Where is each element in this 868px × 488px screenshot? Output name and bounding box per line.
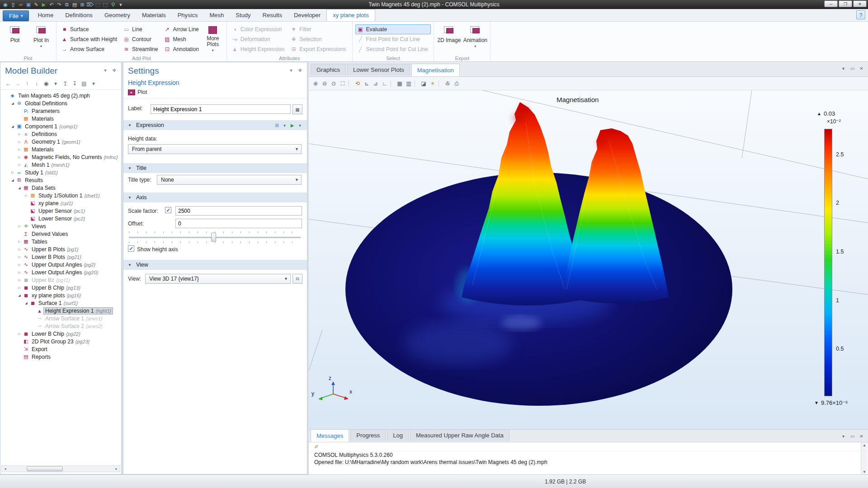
view-xy-icon[interactable]: ⊾ [363, 80, 371, 88]
tree-lower-output-angles[interactable]: ▷ ∿ Lower Output Angles{pg20} [0, 268, 121, 276]
move-down-icon[interactable]: ↓ [33, 80, 41, 88]
model-tree-settings-icon[interactable]: ▤ [80, 80, 88, 88]
tab-geometry[interactable]: Geometry [99, 9, 136, 21]
tree-expander-icon[interactable]: ▷ [17, 240, 22, 244]
tree-derived-values[interactable]: Σ Derived Values [0, 230, 121, 238]
delete-icon[interactable]: ⌦ [86, 1, 94, 8]
tree-arrow-surface-2[interactable]: ⇾ Arrow Surface 2{arws2} [0, 322, 121, 330]
replace-expression-icon[interactable]: ⊞ [274, 122, 280, 129]
evaluate-button[interactable]: ▣ Evaluate [355, 24, 431, 34]
insert-expression-icon[interactable]: ▶ [289, 122, 296, 129]
view-zx-icon[interactable]: ∟ [381, 80, 389, 88]
height-expression-button[interactable]: ▲ Height Expression [230, 44, 288, 54]
more-plots-button[interactable]: More Plots ▾ [202, 23, 224, 53]
select-all-icon[interactable]: ⬚ [94, 1, 101, 8]
tree-expander-icon[interactable]: ◢ [10, 178, 15, 182]
scroll-left-icon[interactable]: ◂ [2, 467, 9, 471]
tab-definitions[interactable]: Definitions [59, 9, 99, 21]
tab-home[interactable]: Home [32, 9, 59, 21]
find-icon[interactable]: ⚲ [109, 1, 117, 8]
tree-upper-sensor[interactable]: ⬕ Upper Sensor{pc1} [0, 207, 121, 215]
panel-menu-icon[interactable]: ▾ [288, 67, 294, 73]
tree-lower-b-chip[interactable]: ▷ ◼ Lower B Chip{pg22} [0, 330, 121, 338]
move-up-icon[interactable]: ↑ [23, 80, 31, 88]
export-animation-button[interactable]: Animation ▾ [463, 23, 487, 53]
offset-input[interactable] [175, 219, 302, 228]
section-expression[interactable]: ▼ Expression ⊞▾▶▾ [123, 120, 307, 130]
export-2d-image-button[interactable]: 2D Image [437, 23, 461, 53]
section-view[interactable]: ▼ View [123, 260, 307, 270]
tree-upper-b-plots[interactable]: ▷ ∿ Upper B Plots{pg1} [0, 245, 121, 253]
tree-views[interactable]: ▷ ✛ Views [0, 222, 121, 230]
add-streamline-button[interactable]: ≋ Streamline [121, 44, 161, 54]
zoom-selected-icon[interactable]: ⊙ [330, 80, 338, 88]
tab-graphics[interactable]: Graphics [311, 64, 346, 75]
tree-expander-icon[interactable]: ▷ [24, 194, 29, 197]
zoom-extents-icon[interactable]: ⛶ [339, 80, 347, 88]
clear-selection-icon[interactable]: ⬚ [102, 1, 109, 8]
panel-menu-icon[interactable]: ▾ [840, 433, 846, 439]
tree-expander-icon[interactable]: ▷ [17, 148, 22, 151]
tree-xy-plane[interactable]: ⬕ xy plane{cpl1} [0, 199, 121, 207]
plot-button[interactable]: Plot [3, 23, 27, 53]
tree-height-expression-1[interactable]: ▲ Height Expression 1{hght1} [0, 307, 121, 314]
zoom-in-icon[interactable]: ⊕ [311, 80, 320, 88]
messages-vscrollbar[interactable]: ▲▼ [861, 442, 868, 475]
add-arrow-surface-button[interactable]: → Arrow Surface [59, 44, 120, 54]
open-file-icon[interactable]: ▱ [17, 1, 24, 8]
export-expressions-button[interactable]: ⊞ Export Expressions [288, 44, 349, 54]
tree-global-definitions[interactable]: ◢ ⊕ Global Definitions [0, 99, 121, 107]
tree-expander-icon[interactable]: ▷ [17, 271, 22, 274]
tree-tables[interactable]: ▷ ▦ Tables [0, 238, 121, 245]
tab-study[interactable]: Study [230, 9, 256, 21]
run-icon[interactable]: ▶ [40, 1, 47, 8]
add-mesh-button[interactable]: ▨ Mesh [162, 34, 202, 44]
minimize-button[interactable]: ─ [824, 0, 838, 7]
tree-study-1[interactable]: ▷ ∞ Study 1{std1} [0, 169, 121, 176]
scroll-right-icon[interactable]: ▸ [113, 467, 120, 471]
selection-button[interactable]: ❖ Selection [288, 34, 349, 44]
clear-messages-icon[interactable]: ✐ [312, 443, 321, 451]
add-annotation-button[interactable]: ⊡ Annotation [162, 44, 202, 54]
tree-upper-bz[interactable]: ▷ ◼ Upper Bz{pg11} [0, 276, 121, 284]
tree-expander-icon[interactable]: ◢ [10, 125, 15, 128]
close-panel-icon[interactable]: ✕ [859, 433, 864, 439]
go-to-view-button[interactable]: ⧉ [292, 274, 302, 284]
tree-2d-plot-group-23[interactable]: ◧ 2D Plot Group 23{pg23} [0, 338, 121, 345]
paste-icon[interactable]: ▤ [71, 1, 78, 8]
file-menu-button[interactable]: File ▾ [3, 10, 29, 21]
caret-icon[interactable]: ▾ [52, 80, 60, 88]
tree-xy-plane-plots[interactable]: ◢ ◼ xy plane plots{pg16} [0, 291, 121, 299]
label-options-button[interactable]: ▦ [292, 104, 302, 114]
add-contour-button[interactable]: ◎ Contour [121, 34, 161, 44]
tree-component-1[interactable]: ◢ ▣ Component 1{comp1} [0, 122, 121, 130]
save-icon[interactable]: ▣ [25, 1, 32, 8]
scene-light-icon[interactable]: ☀ [429, 80, 437, 88]
tab-magnetisation[interactable]: Magnetisation [411, 64, 460, 76]
height-data-dropdown[interactable]: From parent▼ [128, 144, 302, 154]
show-grid-icon[interactable]: ▦ [396, 80, 404, 88]
show-options-icon[interactable]: ◉ [42, 80, 50, 88]
close-button[interactable]: ✕ [853, 0, 867, 7]
tree-expander-icon[interactable]: ▷ [17, 332, 22, 336]
undo-icon[interactable]: ↶ [48, 1, 55, 8]
tree-export[interactable]: ⇲ Export [0, 345, 121, 353]
settings-plot-button[interactable]: ▸ Plot [123, 86, 307, 99]
close-panel-icon[interactable]: ✕ [859, 66, 864, 71]
tree-reports[interactable]: ▤ Reports [0, 353, 121, 361]
tree-expander-icon[interactable]: ◢ [10, 102, 15, 105]
scrollbar-thumb[interactable] [27, 466, 63, 471]
qat-menu-caret-icon[interactable]: ▾ [117, 1, 124, 8]
new-file-icon[interactable]: ▯ [9, 1, 17, 8]
section-axis[interactable]: ▼ Axis [123, 192, 307, 202]
tree-expander-icon[interactable]: ▷ [17, 225, 22, 228]
tab-physics[interactable]: Physics [172, 9, 204, 21]
tab-mesh[interactable]: Mesh [204, 9, 230, 21]
offset-slider[interactable] [129, 231, 301, 243]
help-icon[interactable]: ? [856, 10, 865, 19]
save-as-icon[interactable]: ✎ [33, 1, 40, 8]
tree-expander-icon[interactable]: ▷ [17, 278, 22, 282]
tree-expander-icon[interactable]: ▷ [17, 255, 22, 259]
tree-expander-icon[interactable]: ▷ [17, 248, 22, 251]
model-tree-hscrollbar[interactable]: ◂ ▸ [1, 465, 120, 472]
